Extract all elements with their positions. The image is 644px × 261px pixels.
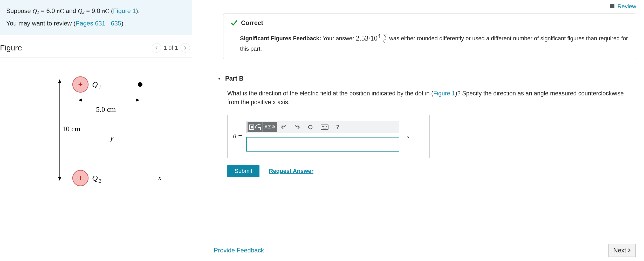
correct-label: Correct (241, 18, 263, 28)
figure-link[interactable]: Figure 1 (113, 7, 136, 14)
degree-unit: ∘ (406, 121, 410, 141)
reset-icon (307, 124, 313, 130)
request-answer-link[interactable]: Request Answer (269, 168, 313, 174)
theta-symbol: θ (233, 132, 236, 140)
reset-button[interactable] (304, 122, 317, 132)
review-icon (610, 4, 615, 9)
check-icon (231, 19, 237, 26)
figure-pager: 1 of 1 (152, 43, 190, 53)
submit-button[interactable]: Submit (227, 165, 259, 177)
help-button[interactable]: ? (332, 122, 343, 132)
pager-prev-button[interactable] (152, 43, 161, 53)
svg-rect-23 (322, 126, 323, 127)
figure-link-b[interactable]: Figure 1 (433, 90, 455, 97)
svg-text:2: 2 (99, 178, 101, 184)
pager-text: 1 of 1 (164, 44, 178, 51)
problem-prompt: Suppose Q1 = 6.0 nC and Q2 = 9.0 nC (Fig… (0, 0, 192, 35)
template-button[interactable] (248, 122, 263, 132)
svg-rect-17 (610, 4, 612, 8)
pager-next-button[interactable] (181, 43, 190, 53)
review-link[interactable]: Review (618, 3, 636, 10)
symbols-button[interactable]: ΑΣФ (263, 122, 277, 132)
svg-text:+: + (78, 80, 83, 89)
feedback-box: Correct Significant Figures Feedback: Yo… (223, 14, 636, 59)
svg-rect-26 (326, 126, 327, 127)
keyboard-button[interactable] (317, 122, 332, 132)
svg-rect-18 (612, 4, 614, 8)
theta-input[interactable] (246, 137, 399, 152)
svg-rect-21 (258, 127, 261, 130)
redo-button[interactable] (291, 122, 304, 132)
svg-point-8 (138, 82, 142, 87)
pages-link[interactable]: Pages 631 - 635 (76, 20, 121, 27)
svg-text:x: x (158, 174, 162, 182)
svg-rect-22 (321, 125, 328, 129)
undo-icon (281, 125, 287, 130)
figure-title: Figure (0, 43, 22, 52)
chevron-right-icon (628, 248, 631, 252)
undo-button[interactable] (277, 122, 290, 132)
answer-box: θ = ΑΣФ (227, 115, 430, 158)
svg-text:y: y (109, 134, 114, 142)
prompt-text: Suppose (6, 7, 32, 14)
redo-icon (294, 125, 300, 130)
svg-text:Q: Q (92, 80, 98, 89)
svg-text:1: 1 (99, 84, 101, 90)
answer-value: 2.53·104 NC (356, 34, 389, 42)
chevron-left-icon (155, 46, 158, 50)
sigfig-label: Significant Figures Feedback: (240, 35, 321, 42)
template-icon (249, 123, 261, 131)
svg-text:10 cm: 10 cm (62, 125, 80, 133)
next-button[interactable]: Next (608, 244, 636, 257)
svg-rect-25 (325, 126, 325, 127)
equation-toolbar: ΑΣФ ? (246, 121, 399, 133)
part-b-header[interactable]: ▼ Part B (213, 75, 638, 82)
part-b-title: Part B (225, 75, 244, 82)
svg-rect-27 (323, 128, 326, 128)
svg-rect-24 (323, 126, 324, 127)
provide-feedback-link[interactable]: Provide Feedback (214, 247, 264, 254)
caret-down-icon: ▼ (217, 76, 221, 81)
chevron-right-icon (184, 46, 187, 50)
svg-rect-20 (251, 126, 253, 128)
svg-text:Q: Q (92, 174, 98, 182)
part-b-question: What is the direction of the electric fi… (213, 89, 638, 107)
svg-text:+: + (78, 174, 83, 182)
keyboard-icon (321, 125, 328, 130)
figure-diagram: 10 cm 5.0 cm y x + Q 1 + Q 2 (29, 64, 163, 199)
svg-text:5.0 cm: 5.0 cm (96, 105, 116, 113)
